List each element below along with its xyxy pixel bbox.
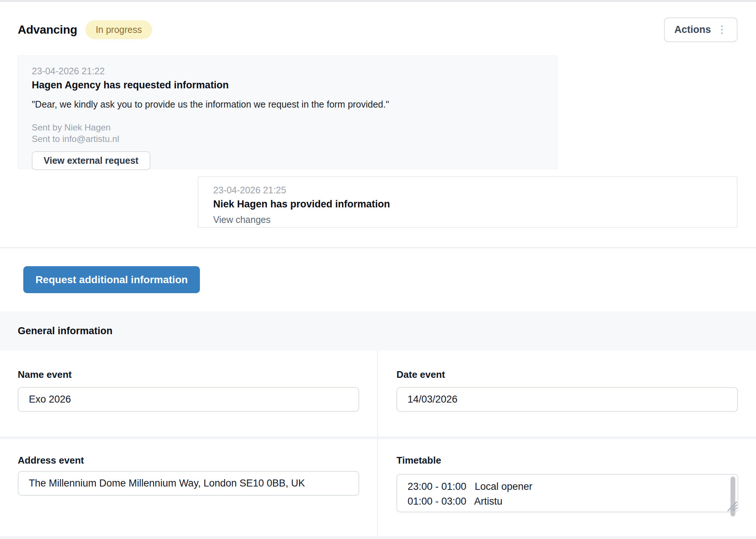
status-badge: In progress <box>85 20 152 39</box>
page-title: Advancing <box>18 23 77 37</box>
general-information-section-header: General information <box>0 311 756 350</box>
request-card-message: "Dear, we kindly ask you to provide us t… <box>32 99 544 110</box>
resize-grip-icon[interactable] <box>728 502 737 511</box>
date-event-input[interactable] <box>396 387 738 412</box>
section-divider <box>0 247 756 248</box>
page-header: Advancing In progress Actions ⋮ <box>18 16 738 43</box>
provided-information-card: 23-04-2026 21:25 Niek Hagen has provided… <box>198 176 738 228</box>
actions-button-label: Actions <box>674 24 711 35</box>
request-additional-information-button[interactable]: Request additional information <box>23 266 200 293</box>
row-divider <box>0 436 756 439</box>
bottom-divider <box>0 536 756 539</box>
top-divider <box>0 0 756 2</box>
response-card-timestamp: 23-04-2026 21:25 <box>213 185 722 196</box>
name-event-input[interactable] <box>18 387 359 412</box>
request-card-title: Hagen Agency has requested information <box>32 79 544 91</box>
view-changes-link[interactable]: View changes <box>213 214 270 225</box>
date-event-label: Date event <box>396 369 445 380</box>
request-information-card: 23-04-2026 21:22 Hagen Agency has reques… <box>18 55 558 169</box>
timetable-textarea[interactable] <box>396 474 738 512</box>
request-card-meta: Sent by Niek Hagen Sent to info@artistu.… <box>32 122 544 145</box>
kebab-menu-icon: ⋮ <box>717 24 727 35</box>
address-event-input[interactable] <box>18 471 359 496</box>
general-information-title: General information <box>18 325 113 337</box>
address-event-label: Address event <box>18 455 84 466</box>
sent-by-text: Sent by Niek Hagen <box>32 122 544 133</box>
column-divider <box>377 350 378 536</box>
request-card-timestamp: 23-04-2026 21:22 <box>32 66 544 77</box>
timetable-field <box>396 474 738 512</box>
timetable-label: Timetable <box>396 455 441 466</box>
name-event-label: Name event <box>18 369 72 380</box>
response-card-title: Niek Hagen has provided information <box>213 199 722 210</box>
actions-button[interactable]: Actions ⋮ <box>664 17 738 42</box>
sent-to-text: Sent to info@artistu.nl <box>32 133 544 145</box>
view-external-request-button[interactable]: View external request <box>32 151 150 170</box>
